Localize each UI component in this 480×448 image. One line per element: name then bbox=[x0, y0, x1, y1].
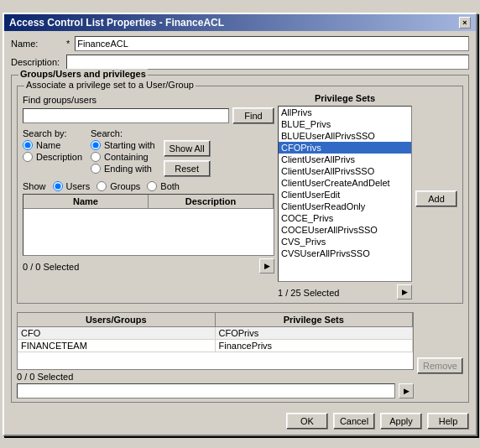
ug-col2-header: Privilege Sets bbox=[216, 313, 414, 326]
privilege-sets-listbox[interactable]: AllPrivsBLUE_PrivsBLUEUserAllPrivsSSOCFO… bbox=[278, 106, 412, 282]
description-label: Description: bbox=[11, 57, 61, 67]
description-input[interactable] bbox=[66, 55, 469, 70]
privilege-set-item[interactable]: ClientUserEdit bbox=[279, 189, 411, 201]
table-header: Users/Groups Privilege Sets bbox=[18, 313, 413, 327]
cancel-button[interactable]: Cancel bbox=[333, 413, 375, 430]
content-area: Name: * Description: Groups/Users and pr… bbox=[4, 31, 476, 408]
window-title: Access Control List Properties - Finance… bbox=[9, 17, 224, 29]
left-move-icon[interactable]: ▶ bbox=[259, 258, 274, 273]
description-radio-label: Description bbox=[36, 152, 82, 162]
right-count-row: 1 / 25 Selected ▶ bbox=[278, 284, 412, 300]
privilege-set-item[interactable]: ClientUserReadOnly bbox=[279, 201, 411, 212]
bottom-selected-field[interactable] bbox=[17, 383, 395, 399]
groups-radio-label: Groups bbox=[110, 181, 140, 191]
ug-col1-header: Users/Groups bbox=[18, 313, 216, 326]
privilege-set-item[interactable]: ClientUserCreateAndDelet bbox=[279, 177, 411, 189]
privilege-set-item[interactable]: AllPrivs bbox=[279, 107, 411, 118]
users-groups-section: Users/Groups Privilege Sets CFO CFOPrivs… bbox=[17, 309, 463, 399]
remove-button-col: Remove bbox=[417, 309, 463, 399]
reset-button[interactable]: Reset bbox=[164, 160, 211, 177]
ending-with-label: Ending with bbox=[104, 164, 152, 174]
privilege-set-item[interactable]: BLUEUserAllPrivsSSO bbox=[279, 130, 411, 142]
table-container: Users/Groups Privilege Sets CFO CFOPrivs… bbox=[17, 309, 414, 399]
table-cell-ug-2: FINANCETEAM bbox=[18, 340, 216, 352]
search-by-col: Search by: Name Description bbox=[23, 128, 82, 177]
name-required-star: * bbox=[66, 39, 70, 49]
find-button[interactable]: Find bbox=[232, 107, 274, 124]
main-window: Access Control List Properties - Finance… bbox=[3, 13, 477, 436]
name-col-header: Name bbox=[23, 195, 149, 208]
action-buttons: Show All Reset bbox=[164, 128, 211, 177]
add-button[interactable]: Add bbox=[415, 190, 457, 207]
table-cell-ps-2: FinancePrivs bbox=[216, 340, 414, 352]
dialog-buttons: OK Cancel Apply Help bbox=[4, 408, 476, 435]
table-row[interactable]: CFO CFOPrivs bbox=[18, 327, 413, 340]
name-radio-label: Name bbox=[36, 140, 60, 150]
starting-with-label: Starting with bbox=[104, 140, 155, 150]
search-by-label: Search by: bbox=[23, 128, 67, 138]
left-list-header: Name Description bbox=[23, 195, 274, 209]
titlebar: Access Control List Properties - Finance… bbox=[4, 14, 476, 31]
search-options: Search by: Name Description bbox=[23, 128, 274, 177]
containing-radio[interactable] bbox=[91, 152, 101, 162]
left-listbox[interactable] bbox=[23, 209, 274, 255]
desc-col-header: Description bbox=[149, 195, 274, 208]
privilege-set-item[interactable]: ClientUserAllPrivsSSO bbox=[279, 165, 411, 177]
right-move-icon[interactable]: ▶ bbox=[397, 284, 412, 300]
associate-group: Associate a privilege set to a User/Grou… bbox=[17, 86, 463, 304]
find-label: Find groups/users bbox=[23, 95, 274, 105]
description-row: Description: bbox=[11, 55, 469, 70]
show-all-button[interactable]: Show All bbox=[164, 140, 211, 157]
both-radio[interactable] bbox=[147, 181, 157, 191]
add-button-col: Add bbox=[415, 90, 457, 300]
show-row: Show Users Groups Both bbox=[23, 181, 274, 191]
description-radio[interactable] bbox=[23, 152, 33, 162]
bottom-selected-count: 0 / 0 Selected bbox=[17, 372, 73, 382]
close-button[interactable]: × bbox=[459, 17, 471, 29]
name-radio[interactable] bbox=[23, 140, 33, 150]
ok-button[interactable]: OK bbox=[286, 413, 328, 430]
ending-with-row: Ending with bbox=[91, 164, 155, 174]
users-radio[interactable] bbox=[53, 181, 63, 191]
privilege-sets-label: Privilege Sets bbox=[278, 93, 412, 103]
users-radio-row: Users bbox=[53, 181, 91, 191]
left-count-row: 0 / 0 Selected ▶ bbox=[23, 258, 274, 273]
right-selected-count: 1 / 25 Selected bbox=[278, 288, 339, 298]
search-row: Find bbox=[23, 107, 274, 124]
name-input[interactable] bbox=[75, 36, 469, 51]
bottom-field-row: ▶ bbox=[17, 383, 414, 399]
left-listbox-container: Name Description bbox=[23, 194, 274, 256]
help-button[interactable]: Help bbox=[427, 413, 469, 430]
table-row[interactable]: FINANCETEAM FinancePrivs bbox=[18, 340, 413, 352]
privilege-set-item[interactable]: COCE_Privs bbox=[279, 212, 411, 224]
starting-with-row: Starting with bbox=[91, 140, 155, 150]
bottom-move-icon[interactable]: ▶ bbox=[399, 383, 414, 399]
users-radio-label: Users bbox=[66, 181, 91, 191]
search-type-col: Search: Starting with Containing bbox=[91, 128, 155, 177]
containing-label: Containing bbox=[104, 152, 149, 162]
groups-privileges-box: Groups/Users and privileges Associate a … bbox=[11, 75, 469, 403]
ending-with-radio[interactable] bbox=[91, 164, 101, 174]
apply-button[interactable]: Apply bbox=[380, 413, 422, 430]
privilege-set-item[interactable]: BLUE_Privs bbox=[279, 118, 411, 130]
search-input[interactable] bbox=[23, 108, 229, 123]
name-radio-row: Name bbox=[23, 140, 82, 150]
both-radio-row: Both bbox=[147, 181, 180, 191]
privilege-set-item[interactable]: ClientUserAllPrivs bbox=[279, 154, 411, 165]
privilege-set-item[interactable]: CFOPrivs bbox=[279, 142, 411, 154]
groups-box-title: Groups/Users and privileges bbox=[18, 69, 148, 79]
right-panel: Privilege Sets AllPrivsBLUE_PrivsBLUEUse… bbox=[278, 90, 412, 300]
privilege-set-item[interactable]: CVS_Privs bbox=[279, 236, 411, 247]
remove-button[interactable]: Remove bbox=[417, 357, 463, 374]
table-cell-ug-1: CFO bbox=[18, 327, 216, 339]
groups-radio-row: Groups bbox=[97, 181, 140, 191]
privilege-set-item[interactable]: COCEUserAllPrivsSSO bbox=[279, 224, 411, 236]
show-label: Show bbox=[23, 181, 46, 191]
table-cell-ps-1: CFOPrivs bbox=[216, 327, 414, 339]
search-label: Search: bbox=[91, 128, 123, 138]
privilege-set-item[interactable]: CVSUserAllPrivsSSO bbox=[279, 247, 411, 259]
groups-radio[interactable] bbox=[97, 181, 107, 191]
name-row: Name: * bbox=[11, 36, 469, 51]
bottom-count-row: 0 / 0 Selected bbox=[17, 372, 414, 382]
starting-with-radio[interactable] bbox=[91, 140, 101, 150]
